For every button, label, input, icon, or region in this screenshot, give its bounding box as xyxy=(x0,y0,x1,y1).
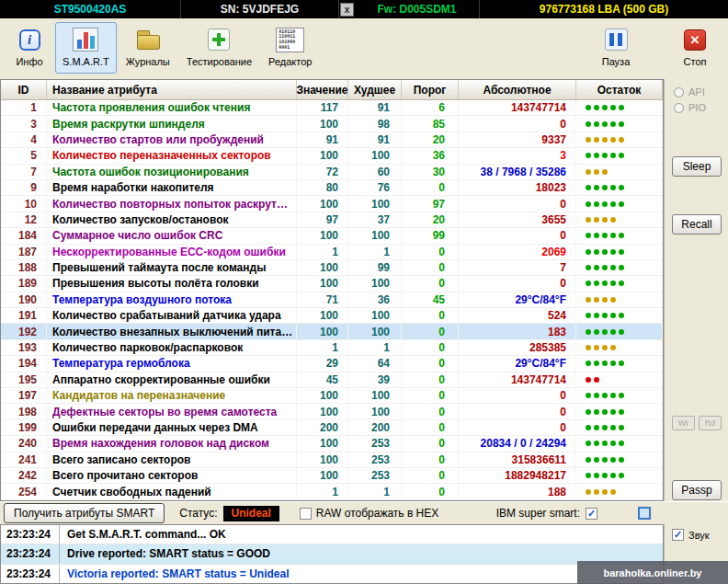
table-row[interactable]: 197 Кандидатов на переназначение 100 100… xyxy=(1,388,663,404)
attr-value: 100 xyxy=(297,276,348,291)
attr-value: 91 xyxy=(297,132,348,147)
attr-name: Дефектные секторы во время самотеста xyxy=(47,404,297,418)
journals-button[interactable]: Журналы xyxy=(119,22,177,74)
pause-button[interactable]: Пауза xyxy=(592,22,640,74)
health-dot xyxy=(594,297,599,303)
attr-id: 254 xyxy=(1,484,47,498)
attr-id: 7 xyxy=(1,165,47,179)
table-row[interactable]: 4 Количество стартов или пробуждений 91 … xyxy=(1,132,663,148)
sound-checkbox-checked-icon[interactable]: ✓ xyxy=(672,529,684,541)
table-row[interactable]: 199 Ошибки передачи данных через DMA 200… xyxy=(1,420,663,436)
attr-threshold: 0 xyxy=(402,484,459,498)
header-attribute-name[interactable]: Название атрибута xyxy=(47,80,297,99)
attr-threshold: 36 xyxy=(402,148,459,163)
table-row[interactable]: 240 Время нахождения головок над диском … xyxy=(1,436,663,452)
attr-raw: 38 / 7968 / 35286 xyxy=(459,165,576,179)
table-row[interactable]: 241 Всего записано секторов 100 253 0 31… xyxy=(1,452,663,468)
drive-serial: SN: 5VJDFEJG xyxy=(181,0,339,18)
health-dot xyxy=(610,121,616,127)
api-radio[interactable]: API xyxy=(674,86,705,97)
table-row[interactable]: 12 Количество запусков/остановок 97 37 2… xyxy=(1,212,663,228)
table-row[interactable]: 3 Время раскрутки шпинделя 100 98 85 0 xyxy=(1,116,663,132)
rd-button[interactable]: Rd xyxy=(699,416,722,430)
smart-button[interactable]: S.M.A.R.T xyxy=(55,22,117,74)
table-row[interactable]: 193 Количество парковок/распарковок 1 1 … xyxy=(1,340,663,356)
health-dot xyxy=(586,281,591,286)
table-row[interactable]: 195 Аппаратно скорректированные ошибки 4… xyxy=(1,372,663,388)
health-dot xyxy=(610,457,616,463)
health-dot xyxy=(610,201,616,207)
attr-value: 100 xyxy=(297,228,348,243)
table-row[interactable]: 194 Температура гермоблока 29 64 0 29°C/… xyxy=(1,356,663,372)
wr-button[interactable]: Wr xyxy=(672,416,695,430)
table-row[interactable]: 1 Частота проявления ошибок чтения 117 9… xyxy=(1,100,663,116)
attr-value: 200 xyxy=(297,420,348,435)
recall-button[interactable]: Recall xyxy=(672,214,722,235)
header-absolute[interactable]: Абсолютное xyxy=(459,80,576,99)
table-row[interactable]: 9 Время наработки накопителя 80 76 0 180… xyxy=(1,180,663,196)
drive-model: ST9500420AS xyxy=(0,0,181,18)
pio-radio[interactable]: PIO xyxy=(674,102,706,113)
stop-button[interactable]: ✕ Стоп xyxy=(671,22,719,74)
attr-raw: 315836611 xyxy=(459,452,576,467)
ibm-indicator-box[interactable] xyxy=(638,507,651,520)
header-value[interactable]: Значение xyxy=(297,80,348,99)
header-threshold[interactable]: Порог xyxy=(402,80,459,99)
attr-id: 4 xyxy=(1,132,47,147)
close-icon[interactable]: x xyxy=(340,3,354,17)
checkbox-unchecked-icon[interactable] xyxy=(300,508,312,520)
health-dot xyxy=(586,137,591,143)
health-dot xyxy=(586,121,591,127)
health-dot xyxy=(610,249,616,255)
attr-id: 190 xyxy=(1,292,47,307)
health-dot xyxy=(594,473,599,478)
header-health[interactable]: Остаток xyxy=(576,80,663,99)
log-timestamp: 23:23:24 xyxy=(1,544,60,563)
table-row[interactable]: 191 Количество срабатываний датчика удар… xyxy=(1,308,663,324)
attr-health-dots xyxy=(576,420,663,435)
table-row[interactable]: 254 Счетчик свободных падений 1 1 0 188 xyxy=(1,484,663,499)
sleep-button[interactable]: Sleep xyxy=(672,156,722,177)
header-worst[interactable]: Худшее xyxy=(348,80,402,99)
table-row[interactable]: 10 Количество повторных попыток раскрут…… xyxy=(1,196,663,212)
sound-checkbox[interactable]: ✓ Звук xyxy=(672,529,710,541)
raw-hex-checkbox[interactable]: RAW отображать в HEX xyxy=(300,507,438,520)
table-row[interactable]: 198 Дефектные секторы во время самотеста… xyxy=(1,404,663,419)
attr-threshold: 0 xyxy=(402,436,459,451)
get-smart-attributes-button[interactable]: Получить атрибуты SMART xyxy=(4,503,165,523)
attr-raw: 9337 xyxy=(459,132,576,147)
ibm-checkbox-checked-icon[interactable]: ✓ xyxy=(586,508,597,520)
attr-name: Частота проявления ошибок чтения xyxy=(47,100,297,115)
editor-button[interactable]: 010110 110011 101000 0001 Редактор xyxy=(261,22,319,74)
health-dot xyxy=(594,489,599,495)
ibm-super-smart-group: IBM super smart: ✓ xyxy=(496,507,651,520)
table-row[interactable]: 187 Нескорректированные ECC-кодом ошибки… xyxy=(1,245,663,260)
attr-health-dots xyxy=(576,212,663,227)
header-id[interactable]: ID xyxy=(1,80,47,99)
attr-id: 10 xyxy=(1,196,47,211)
attr-raw: 0 xyxy=(459,196,576,211)
table-row[interactable]: 5 Количество переназначенных секторов 10… xyxy=(1,148,663,164)
log-message: Drive reported: SMART status = GOOD xyxy=(60,547,270,560)
attr-threshold: 0 xyxy=(402,308,459,323)
info-button[interactable]: i Инфо xyxy=(6,22,53,74)
attr-health-dots xyxy=(576,245,663,259)
health-dot xyxy=(586,409,591,415)
health-dot xyxy=(586,265,591,270)
table-row[interactable]: 184 Суммарное число ошибок CRC 100 100 9… xyxy=(1,228,663,244)
health-dot xyxy=(619,201,624,207)
health-dot xyxy=(586,153,591,158)
health-dot xyxy=(610,489,616,495)
table-row[interactable]: 7 Частота ошибок позиционирования 72 60 … xyxy=(1,165,663,180)
attr-threshold: 0 xyxy=(402,372,459,387)
table-row[interactable]: 189 Превышения высоты полёта головки 100… xyxy=(1,276,663,292)
table-row[interactable]: 192 Количество внезапных выключений пита… xyxy=(1,324,663,339)
passp-button[interactable]: Passp xyxy=(672,480,722,500)
attr-health-dots xyxy=(576,468,663,483)
table-row[interactable]: 188 Превышений таймаута после команды 10… xyxy=(1,260,663,276)
testing-button-label: Тестирование xyxy=(187,56,252,67)
table-row[interactable]: 242 Всего прочитано секторов 100 253 0 1… xyxy=(1,468,663,484)
attr-health-dots xyxy=(576,388,663,403)
testing-button[interactable]: Тестирование xyxy=(179,22,259,74)
table-row[interactable]: 190 Температура воздушного потока 71 36 … xyxy=(1,292,663,308)
